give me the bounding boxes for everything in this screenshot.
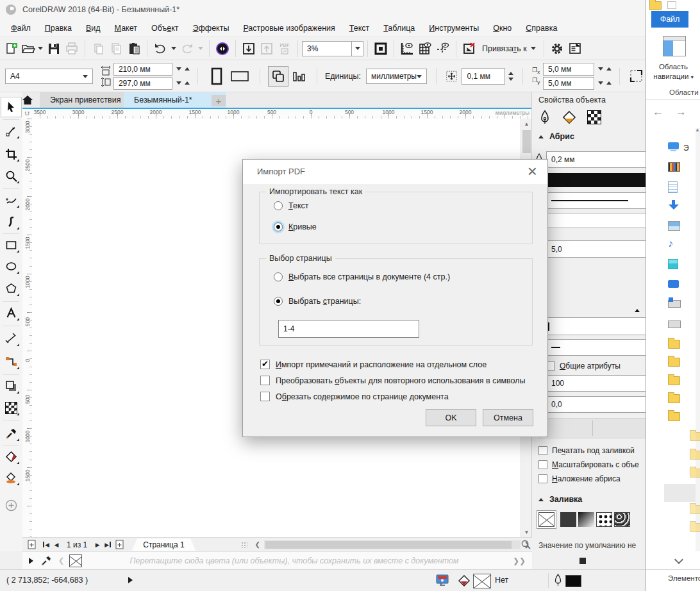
zoom-level-dropdown[interactable]: [352, 41, 363, 56]
application-launcher-button[interactable]: [566, 40, 584, 58]
scroll-up-button[interactable]: ▲: [521, 119, 532, 129]
horizontal-scrollbar[interactable]: [264, 540, 521, 549]
page-height-increase[interactable]: [185, 81, 190, 85]
radio-select-pages[interactable]: Выбрать страницы:: [274, 297, 361, 306]
menu-effects[interactable]: Эффекты: [186, 19, 237, 37]
ok-button[interactable]: OK: [426, 409, 476, 426]
outline-width-field[interactable]: 0,2 мм: [546, 151, 646, 168]
radio-text[interactable]: Текст: [274, 201, 308, 210]
navigation-pane-label-2[interactable]: навигации ▾: [646, 72, 700, 80]
zoom-tool[interactable]: [1, 165, 22, 186]
videos-icon[interactable]: [668, 162, 680, 172]
status-flyout-arrow[interactable]: [128, 577, 133, 583]
outline-tab-icon[interactable]: [538, 110, 551, 124]
tree-folder-4[interactable]: [668, 394, 680, 403]
home-tab[interactable]: [22, 94, 33, 106]
units-combo[interactable]: миллиметры: [366, 69, 427, 84]
customize-toolbox-button[interactable]: [1, 495, 22, 515]
page-width-decrease[interactable]: [176, 67, 181, 71]
angle-field[interactable]: 0,0: [546, 396, 646, 413]
transparency-tab-icon[interactable]: [587, 110, 601, 124]
previous-page-button[interactable]: ◀: [51, 540, 62, 550]
navigation-pane-icon[interactable]: [663, 36, 686, 56]
tree-folder-9[interactable]: [690, 505, 700, 514]
outline-status-icon[interactable]: [554, 574, 562, 587]
smart-fill-tool[interactable]: [1, 467, 22, 488]
windows-drive-icon[interactable]: [668, 300, 681, 308]
scrollbar-grip[interactable]: [241, 542, 247, 548]
radio-curves[interactable]: Кривые: [274, 222, 317, 231]
new-tab-button[interactable]: +: [212, 95, 226, 106]
fill-fountain-button[interactable]: [578, 512, 594, 527]
menu-edit[interactable]: Правка: [38, 19, 79, 37]
connector-tool[interactable]: [1, 351, 22, 372]
redo-dropdown[interactable]: [196, 40, 205, 58]
print-under-fill-checkbox[interactable]: Печатать под заливкой: [538, 446, 635, 455]
cut-button[interactable]: [89, 40, 107, 58]
page-height-decrease[interactable]: [176, 81, 181, 85]
tree-folder-8[interactable]: [690, 469, 700, 478]
desktop-icon[interactable]: [668, 280, 679, 288]
dimension-tool[interactable]: [1, 328, 22, 349]
nudge-distance-field[interactable]: 0,1 мм: [462, 68, 505, 85]
artistic-media-tool[interactable]: [1, 212, 22, 232]
menu-view[interactable]: Вид: [79, 19, 108, 37]
convert-to-symbols-checkbox[interactable]: Преобразовать объекты для повторного исп…: [260, 376, 525, 385]
overprint-outline-checkbox[interactable]: Наложение абриса: [538, 474, 621, 483]
stretch-field[interactable]: 100: [546, 375, 646, 392]
import-button[interactable]: [240, 40, 258, 58]
open-dropdown[interactable]: [36, 40, 45, 58]
line-cap-field[interactable]: [546, 317, 646, 335]
scroll-left-button[interactable]: ❮: [253, 540, 263, 550]
interactive-fill-tool[interactable]: [1, 446, 22, 467]
this-pc-icon[interactable]: [668, 142, 679, 151]
show-rulers-button[interactable]: [398, 40, 416, 58]
outline-color-swatch[interactable]: [546, 173, 646, 187]
vertical-scroll-thumb[interactable]: [522, 130, 531, 153]
duplicate-y-field[interactable]: 5,0 мм: [543, 77, 594, 90]
shared-attributes-checkbox[interactable]: Общие атрибуты: [546, 362, 621, 370]
documents-icon[interactable]: [668, 181, 678, 193]
horizontal-scroll-thumb[interactable]: [265, 541, 512, 549]
line-dash-field[interactable]: [546, 339, 646, 356]
ellipse-tool[interactable]: [1, 256, 22, 276]
page-width-field[interactable]: 210,0 мм: [113, 63, 172, 76]
palette-flyout-arrow[interactable]: [29, 558, 33, 564]
menu-help[interactable]: Справка: [519, 19, 564, 37]
back-arrow-icon[interactable]: ←: [653, 106, 663, 119]
portrait-orientation-button[interactable]: [206, 65, 228, 87]
3d-objects-icon[interactable]: [668, 259, 678, 269]
full-screen-preview-button[interactable]: [372, 40, 390, 58]
page-range-input[interactable]: 1-4: [278, 320, 419, 338]
page-height-field[interactable]: 297,0 мм: [113, 77, 172, 90]
fill-status-icon[interactable]: [458, 575, 471, 587]
copy-button[interactable]: [107, 40, 125, 58]
explorer-chevron-down-icon[interactable]: [674, 555, 683, 564]
next-page-button[interactable]: ▶: [92, 540, 103, 550]
tree-folder-2[interactable]: [668, 358, 680, 367]
tree-folder-10[interactable]: [690, 523, 700, 532]
downloads-icon[interactable]: [668, 200, 679, 210]
publish-pdf-button[interactable]: PDF: [276, 40, 294, 58]
scale-with-object-checkbox[interactable]: Масштабировать с объе: [538, 460, 639, 469]
fill-texture-button[interactable]: [614, 512, 630, 527]
menu-layout[interactable]: Макет: [108, 19, 144, 37]
show-grid-button[interactable]: [416, 40, 434, 58]
open-button[interactable]: [21, 40, 36, 58]
menu-bitmaps[interactable]: Растровые изображения: [236, 19, 342, 37]
menu-window[interactable]: Окно: [486, 19, 519, 37]
explorer-scroll-up-icon[interactable]: ▲: [695, 127, 700, 133]
freehand-tool[interactable]: [1, 190, 22, 210]
palette-scroll-left[interactable]: ❮: [58, 556, 64, 565]
fill-section-header[interactable]: Заливка: [538, 495, 582, 504]
snap-off-button[interactable]: [460, 40, 478, 58]
landscape-orientation-button[interactable]: [228, 65, 252, 87]
drop-shadow-tool[interactable]: [1, 376, 22, 396]
nudge-decrease[interactable]: [508, 78, 513, 81]
arrowhead-selectors[interactable]: [538, 418, 646, 438]
welcome-screen-button[interactable]: [213, 40, 231, 58]
dialog-title-bar[interactable]: Импорт PDF ×: [243, 160, 547, 184]
zoom-tool-corner-icon[interactable]: [521, 539, 531, 549]
fill-none-button[interactable]: [538, 512, 554, 527]
text-tool[interactable]: [1, 303, 22, 323]
